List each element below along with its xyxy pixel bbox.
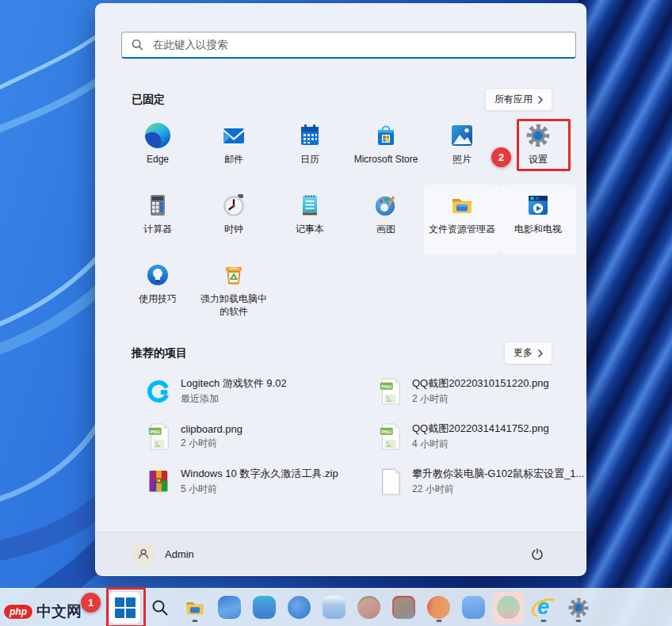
recommended-item-subtitle: 4 小时前 (412, 437, 549, 451)
search-input[interactable] (151, 38, 566, 52)
pinned-app-label: 日历 (300, 154, 319, 166)
taskbar-app-3[interactable] (284, 592, 315, 624)
taskbar-app-7[interactable] (423, 592, 454, 624)
recommended-item-qq-screenshot-2[interactable]: PNG QQ截图20220314141752.png 4 小时前 (373, 414, 605, 459)
running-indicator (575, 620, 581, 622)
calendar-icon (297, 123, 323, 148)
pinned-app-photos[interactable]: 照片 (424, 115, 500, 185)
person-icon (136, 546, 151, 562)
watermark-site-name: 中文网 (36, 601, 82, 622)
recommended-item-title: QQ截图20220310151220.png (412, 376, 549, 391)
wallpaper-ribbons (578, 0, 672, 626)
pinned-section-title: 已固定 (132, 93, 165, 107)
more-button[interactable]: 更多 (504, 342, 552, 365)
pinned-app-label: 邮件 (224, 154, 243, 166)
search-box[interactable] (121, 32, 576, 59)
recommended-item-subtitle: 最近添加 (181, 392, 287, 406)
recommended-item-clipboard-png[interactable]: PNG clipboard.png 2 小时前 (142, 414, 373, 459)
recommended-item-logitech[interactable]: Logitech 游戏软件 9.02 最近添加 (142, 368, 373, 414)
pinned-app-clock[interactable]: 时钟 (196, 185, 272, 254)
internet-explorer-icon: e (532, 596, 556, 620)
document-icon (378, 468, 402, 496)
recommended-item-title: 攀升教你装电脑-G102鼠标宏设置_1... (412, 467, 584, 481)
settings-gear-icon (567, 597, 590, 619)
pinned-app-settings[interactable]: 设置 (500, 115, 576, 185)
running-indicator (436, 620, 441, 622)
pinned-app-paint[interactable]: 画图 (348, 185, 424, 254)
trash-bin-icon (221, 262, 246, 288)
pinned-app-label: 画图 (376, 223, 395, 236)
user-bar: Admin (96, 532, 586, 575)
taskbar-app-5[interactable] (353, 592, 384, 624)
pinned-app-mail[interactable]: 邮件 (196, 115, 272, 185)
start-button[interactable] (109, 592, 140, 624)
taskbar: e (0, 588, 672, 626)
taskbar-settings[interactable] (563, 592, 594, 624)
search-icon (151, 598, 170, 617)
taskbar-app-9[interactable] (493, 592, 524, 624)
recommended-item-subtitle: 2 小时前 (412, 392, 549, 406)
pinned-app-notepad[interactable]: 记事本 (272, 185, 348, 254)
taskbar-app-4[interactable] (319, 592, 349, 624)
png-file-icon: PNG (378, 377, 402, 406)
power-button[interactable] (524, 540, 551, 567)
pinned-app-calendar[interactable]: 日历 (272, 115, 348, 185)
taskbar-internet-explorer[interactable]: e (528, 592, 559, 624)
pinned-app-edge[interactable]: Edge (120, 115, 196, 185)
avatar (131, 542, 155, 567)
php-logo: php (3, 604, 33, 620)
calculator-icon (145, 193, 170, 218)
folder-icon (449, 193, 475, 218)
png-badge-label: PNG (381, 428, 391, 433)
taskbar-app-8[interactable] (458, 592, 489, 624)
recommended-item-title: Windows 10 数字永久激活工具.zip (181, 467, 338, 481)
all-apps-button[interactable]: 所有应用 (485, 88, 552, 111)
pinned-app-label: 使用技巧 (139, 293, 177, 306)
recommended-item-activation-zip[interactable]: Windows 10 数字永久激活工具.zip 5 小时前 (142, 459, 373, 504)
clock-icon (221, 193, 246, 218)
taskbar-app-1[interactable] (214, 592, 245, 624)
png-badge-label: PNG (381, 383, 391, 388)
notepad-icon (297, 193, 323, 218)
taskbar-app-2[interactable] (249, 592, 280, 624)
all-apps-label: 所有应用 (494, 93, 533, 106)
pinned-app-label: 计算器 (143, 223, 172, 236)
recommended-item-g102-doc[interactable]: 攀升教你装电脑-G102鼠标宏设置_1... 22 小时前 (373, 459, 605, 504)
mail-icon (221, 123, 246, 148)
taskbar-search-button[interactable] (144, 592, 175, 624)
pinned-app-label: 设置 (529, 154, 548, 166)
recommended-item-title: clipboard.png (181, 423, 242, 435)
recommended-item-qq-screenshot-1[interactable]: PNG QQ截图20220310151220.png 2 小时前 (373, 368, 605, 414)
app-icon (218, 596, 241, 619)
app-icon (462, 596, 485, 619)
more-label: 更多 (514, 346, 533, 360)
recommended-item-title: QQ截图20220314141752.png (412, 422, 549, 436)
app-icon (392, 596, 415, 619)
folder-icon (184, 597, 206, 619)
recommended-section-title: 推荐的项目 (132, 346, 187, 361)
taskbar-file-explorer[interactable] (179, 592, 210, 624)
png-badge-label: PNG (150, 428, 160, 433)
power-icon (530, 547, 544, 561)
user-name: Admin (165, 548, 194, 560)
pinned-app-tips[interactable]: 使用技巧 (120, 254, 196, 324)
edge-icon (145, 123, 170, 148)
pinned-app-microsoft-store[interactable]: Microsoft Store (348, 115, 424, 185)
pinned-app-label: 强力卸载电脑中的软件 (197, 293, 270, 318)
site-watermark: php 中文网 (3, 601, 82, 622)
user-account-button[interactable]: Admin (131, 542, 194, 567)
pinned-app-file-explorer[interactable]: 文件资源管理器 (424, 185, 500, 254)
pinned-app-movies-tv[interactable]: 电影和电视 (500, 185, 576, 254)
pinned-app-label: 文件资源管理器 (429, 223, 495, 236)
app-icon (323, 596, 346, 619)
settings-gear-icon (525, 123, 551, 148)
pinned-app-calculator[interactable]: 计算器 (120, 185, 196, 254)
chevron-right-icon (538, 96, 543, 104)
pinned-apps-grid: Edge 邮件 日历 (120, 115, 576, 324)
movies-tv-icon (525, 193, 551, 218)
taskbar-app-6[interactable] (388, 592, 419, 624)
pinned-app-label: 记事本 (296, 223, 324, 236)
app-icon (497, 596, 520, 619)
pinned-app-uninstaller[interactable]: 强力卸载电脑中的软件 (196, 254, 272, 324)
recommended-item-title: Logitech 游戏软件 9.02 (181, 376, 287, 391)
